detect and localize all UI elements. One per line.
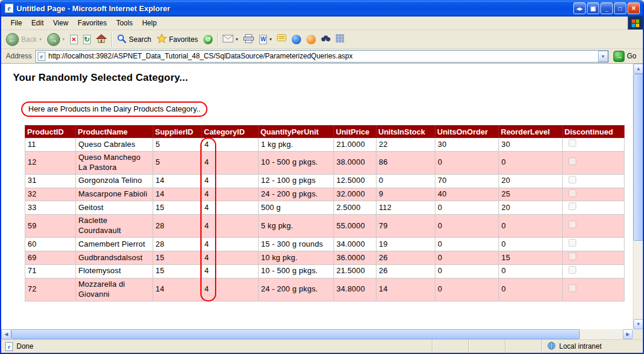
address-dropdown-button[interactable]: ▼ (598, 51, 608, 62)
menu-bar-items: FileEditViewFavoritesToolsHelp (1, 17, 628, 30)
window-close-button[interactable]: × (628, 2, 640, 14)
scroll-down-button[interactable]: ▼ (633, 319, 643, 329)
table-cell: 10 - 500 g pkgs. (259, 264, 334, 278)
print-button[interactable] (241, 31, 256, 48)
table-cell: 0 (435, 201, 499, 215)
favorites-star-icon (157, 34, 167, 45)
address-label: Address (4, 52, 32, 60)
home-button[interactable] (94, 31, 109, 48)
menu-item-file[interactable]: File (6, 17, 27, 29)
table-cell: 14 (153, 174, 202, 188)
table-cell: 34.0000 (334, 238, 377, 251)
menu-item-edit[interactable]: Edit (27, 17, 48, 29)
discontinued-checkbox (569, 139, 576, 147)
go-button[interactable]: → Go (612, 51, 640, 62)
category-callout: Here are Products in the Dairy Products … (21, 101, 207, 117)
stop-icon: × (70, 35, 78, 44)
table-cell: 0 (435, 264, 499, 278)
table-cell: 15 (499, 251, 563, 265)
table-cell-discontinued (563, 238, 625, 251)
discuss-button[interactable] (275, 31, 289, 48)
scroll-left-button[interactable]: ◀ (1, 329, 11, 339)
edit-dropdown-icon: ▾ (269, 37, 272, 42)
favorites-button[interactable]: Favorites (154, 31, 200, 48)
addon-orange-button[interactable] (304, 31, 318, 48)
discontinued-checkbox (569, 284, 576, 292)
table-cell-discontinued (563, 251, 625, 265)
title-bar[interactable]: e Untitled Page - Microsoft Internet Exp… (1, 0, 643, 17)
window-toggle-button[interactable]: ◂▸ (573, 2, 586, 14)
table-cell: Geitost (76, 201, 153, 215)
mail-button[interactable]: ▾ (220, 31, 240, 48)
table-cell: 4 (202, 238, 259, 251)
table-cell-discontinued (563, 201, 625, 215)
menu-item-favorites[interactable]: Favorites (73, 17, 111, 29)
search-button[interactable]: Search (114, 31, 154, 48)
scroll-up-button[interactable]: ▲ (633, 64, 643, 74)
edit-button[interactable]: W ▾ (257, 31, 274, 48)
table-cell: 15 (153, 251, 202, 265)
table-cell: 20 (499, 174, 563, 188)
status-pane (505, 340, 541, 353)
table-cell: 0 (435, 238, 499, 251)
column-header-unitprice: UnitPrice (334, 126, 377, 138)
vertical-scroll-track[interactable] (633, 74, 643, 319)
vertical-scroll-thumb[interactable] (633, 74, 643, 241)
table-cell: 34.8000 (334, 278, 377, 301)
window-maximize-button[interactable]: □ (614, 2, 626, 14)
window-restore-button[interactable]: ▣ (587, 2, 599, 14)
table-cell: 24 - 200 g pkgs. (259, 188, 334, 201)
stop-button[interactable]: × (68, 31, 80, 48)
grid-button[interactable] (333, 31, 346, 48)
table-cell: 10 - 500 g pkgs. (259, 151, 334, 174)
address-input[interactable] (45, 51, 598, 62)
table-cell: 40 (435, 188, 499, 201)
menu-item-help[interactable]: Help (137, 17, 161, 29)
refresh-button[interactable]: ↻ (81, 31, 93, 48)
menu-item-tools[interactable]: Tools (111, 17, 137, 29)
scrollbar-corner (633, 329, 643, 339)
table-cell: 14 (377, 278, 435, 301)
toolbar: ← Back ▾ → ▾ × ↻ Search (1, 30, 643, 49)
history-icon: ↺ (203, 35, 213, 44)
status-bar: e Done Local intranet (1, 339, 643, 353)
messenger-button[interactable] (289, 31, 303, 48)
table-cell: 4 (202, 174, 259, 188)
column-header-reorderlevel: ReorderLevel (499, 126, 563, 138)
history-button[interactable]: ↺ (201, 31, 215, 48)
table-row: 59Raclette Courdavault2845 kg pkg.55.000… (25, 215, 625, 238)
table-cell: 2.5000 (334, 201, 377, 215)
table-cell: 0 (499, 215, 563, 238)
table-cell: 14 (153, 278, 202, 301)
status-pane (468, 340, 505, 353)
address-page-icon: e (38, 52, 45, 61)
column-header-discontinued: Discontinued (563, 126, 625, 138)
table-cell: 21.5000 (334, 264, 377, 278)
table-body: 11Queso Cabrales541 kg pkg.21.0000223030… (25, 138, 625, 301)
back-button[interactable]: ← Back ▾ (4, 31, 44, 48)
search-label: Search (129, 35, 151, 44)
table-cell: 15 (153, 264, 202, 278)
table-cell-discontinued (563, 138, 625, 152)
horizontal-scroll-track[interactable] (11, 329, 623, 339)
vertical-scrollbar[interactable]: ▲ ▼ (633, 64, 643, 329)
window-minimize-button[interactable]: _ (600, 2, 613, 14)
table-cell: 4 (202, 201, 259, 215)
horizontal-scroll-thumb[interactable] (11, 329, 580, 339)
table-cell: 5 (153, 138, 202, 152)
status-left-panel: e Done (1, 342, 432, 351)
print-icon (243, 34, 254, 45)
table-cell: 500 g (259, 201, 334, 215)
research-button[interactable] (319, 31, 333, 48)
horizontal-scrollbar[interactable]: ◀ ▶ (1, 329, 633, 339)
grid-icon (336, 34, 344, 44)
table-cell: 0 (435, 251, 499, 265)
table-cell: Flotemysost (76, 264, 153, 278)
mail-icon (223, 35, 233, 44)
table-cell-discontinued (563, 215, 625, 238)
scroll-right-button[interactable]: ▶ (623, 329, 633, 339)
go-arrow-icon: → (613, 51, 625, 62)
menu-item-view[interactable]: View (48, 17, 73, 29)
table-cell: 72 (25, 278, 76, 301)
forward-button[interactable]: → ▾ (45, 31, 67, 48)
